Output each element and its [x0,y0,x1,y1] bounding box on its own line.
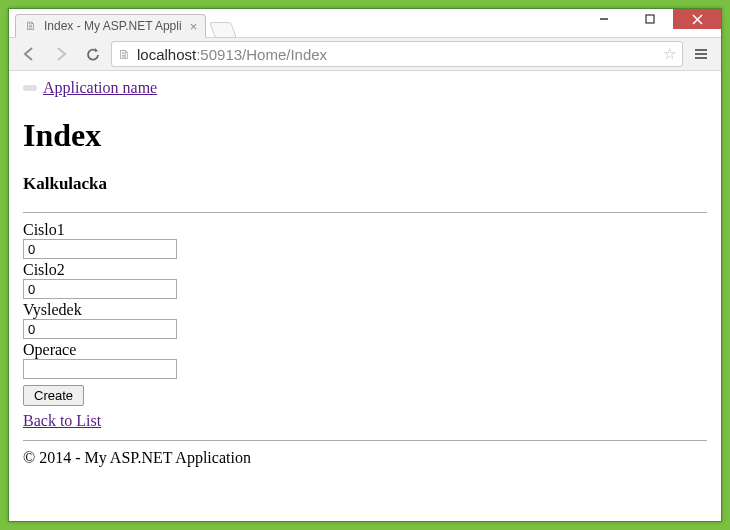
tab-title: Index - My ASP.NET Appli [44,19,182,33]
cislo2-label: Cislo2 [23,261,707,279]
create-button[interactable]: Create [23,385,84,406]
tab-strip: 🗎 Index - My ASP.NET Appli × [15,10,234,38]
nav-toggle-icon[interactable] [23,85,37,91]
vysledek-label: Vysledek [23,301,707,319]
maximize-button[interactable] [627,9,673,29]
menu-button[interactable] [687,41,715,67]
operace-label: Operace [23,341,707,359]
svg-rect-1 [646,15,654,23]
address-bar[interactable]: 🗎 localhost:50913/Home/Index ☆ [111,41,683,67]
reload-icon [86,47,101,62]
maximize-icon [645,14,655,24]
new-tab-button[interactable] [209,22,237,38]
back-to-list-link[interactable]: Back to List [23,412,101,430]
page-viewport: Application name Index Kalkulacka Cislo1… [9,71,721,521]
forward-button[interactable] [47,41,75,67]
forward-icon [53,46,69,62]
navbar: Application name [23,79,707,97]
back-icon [21,46,37,62]
titlebar: 🗎 Index - My ASP.NET Appli × [9,9,721,37]
browser-toolbar: 🗎 localhost:50913/Home/Index ☆ [9,37,721,71]
separator-bottom [23,440,707,441]
cislo2-input[interactable] [23,279,177,299]
cislo1-input[interactable] [23,239,177,259]
menu-icon [694,48,708,60]
page-title: Index [23,117,707,154]
app-name-link[interactable]: Application name [43,79,157,97]
bookmark-icon[interactable]: ☆ [663,45,676,63]
vysledek-input[interactable] [23,319,177,339]
url-path: :50913/Home/Index [196,46,327,63]
close-tab-icon[interactable]: × [190,19,198,34]
minimize-button[interactable] [581,9,627,29]
cislo1-label: Cislo1 [23,221,707,239]
browser-window: 🗎 Index - My ASP.NET Appli × [8,8,722,522]
reload-button[interactable] [79,41,107,67]
operace-input[interactable] [23,359,177,379]
window-controls [581,9,721,29]
close-icon [692,14,703,25]
separator-top [23,212,707,213]
back-button[interactable] [15,41,43,67]
close-button[interactable] [673,9,721,29]
form-title: Kalkulacka [23,174,707,194]
page-icon: 🗎 [118,47,131,62]
minimize-icon [599,14,609,24]
url-host: localhost [137,46,196,63]
tab-active[interactable]: 🗎 Index - My ASP.NET Appli × [15,14,206,38]
file-icon: 🗎 [24,19,38,33]
footer-text: © 2014 - My ASP.NET Application [23,449,707,467]
